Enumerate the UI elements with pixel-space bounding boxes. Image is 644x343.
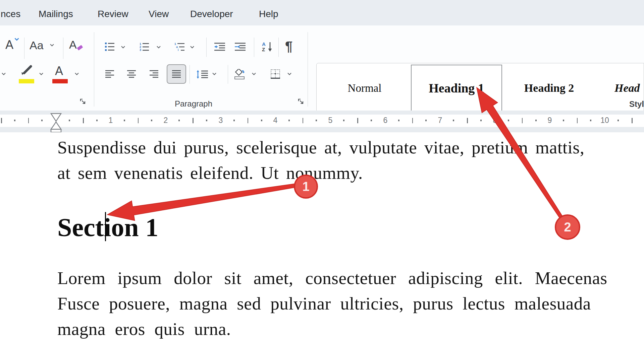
body-text-line[interactable]: magna eros quis urna. bbox=[57, 320, 231, 338]
style-normal[interactable]: Normal bbox=[348, 82, 382, 94]
change-case-button[interactable]: Aa bbox=[30, 39, 56, 55]
clear-formatting-button[interactable]: A bbox=[69, 38, 87, 56]
shrink-font-button[interactable]: A bbox=[5, 38, 22, 55]
chevron-down-icon[interactable] bbox=[190, 46, 195, 49]
ruler-number: 5 bbox=[328, 116, 333, 125]
ruler-number: 10 bbox=[600, 116, 609, 125]
font-dialog-launcher[interactable] bbox=[80, 98, 87, 105]
sort-a: A bbox=[262, 42, 266, 47]
divider bbox=[228, 65, 228, 84]
shrink-font-letter: A bbox=[5, 39, 13, 51]
tab-review[interactable]: Review bbox=[98, 9, 128, 19]
divider bbox=[190, 65, 190, 84]
body-text-line[interactable]: Suspendisse dui purus, scelerisque at, v… bbox=[57, 139, 584, 156]
shading-button[interactable] bbox=[234, 69, 246, 80]
horizontal-ruler: 1 2 3 4 5 6 7 8 9 10 bbox=[0, 111, 644, 132]
highlighter-icon bbox=[19, 65, 35, 76]
chevron-down-icon[interactable] bbox=[1, 72, 6, 76]
tab-mailings[interactable]: Mailings bbox=[39, 9, 73, 19]
decrease-indent-button[interactable] bbox=[214, 43, 225, 51]
bullets-button[interactable] bbox=[105, 43, 115, 51]
ruler-number: 7 bbox=[438, 116, 442, 125]
divider bbox=[63, 38, 63, 59]
style-heading1[interactable]: Heading 1 bbox=[429, 81, 484, 95]
ruler-number: 2 bbox=[164, 116, 168, 125]
tab-view[interactable]: View bbox=[149, 9, 169, 19]
svg-text:i: i bbox=[178, 48, 179, 51]
ruler-number: 3 bbox=[219, 116, 223, 125]
numbering-button[interactable]: 123 bbox=[140, 43, 150, 51]
shrink-font-caret-icon bbox=[14, 38, 19, 41]
divider bbox=[254, 38, 254, 57]
section-heading[interactable]: Section 1 bbox=[57, 214, 158, 241]
ruler-tick bbox=[1, 118, 2, 123]
paragraph-dialog-launcher[interactable] bbox=[298, 98, 305, 105]
chevron-down-icon[interactable] bbox=[287, 72, 292, 76]
divider bbox=[206, 38, 207, 57]
group-separator bbox=[308, 32, 308, 107]
body-text-line[interactable]: Lorem ipsum dolor sit amet, consectetuer… bbox=[57, 269, 607, 287]
tab-developer[interactable]: Developer bbox=[190, 9, 233, 19]
style-heading2[interactable]: Heading 2 bbox=[524, 82, 574, 94]
align-center-button[interactable] bbox=[127, 70, 136, 78]
ruler-number: 4 bbox=[273, 116, 278, 125]
chevron-down-icon[interactable] bbox=[121, 46, 125, 49]
tab-references-partial[interactable]: nces bbox=[1, 9, 20, 19]
chevron-down-icon bbox=[50, 44, 54, 47]
paragraph-group-label: Paragraph bbox=[175, 99, 212, 109]
word-window: nces Mailings Review View Developer Help… bbox=[0, 0, 644, 343]
indent-markers[interactable] bbox=[50, 113, 62, 133]
group-separator bbox=[94, 32, 94, 107]
increase-indent-button[interactable] bbox=[235, 43, 246, 51]
chevron-down-icon[interactable] bbox=[74, 72, 79, 76]
sort-z: Z bbox=[262, 47, 265, 52]
align-right-button[interactable] bbox=[150, 70, 158, 78]
svg-text:3: 3 bbox=[140, 48, 141, 51]
ribbon: A Aa A A bbox=[0, 25, 644, 111]
sort-button[interactable]: A Z bbox=[262, 42, 273, 52]
chevron-down-icon[interactable] bbox=[39, 72, 44, 76]
multilevel-list-button[interactable]: 1ai bbox=[174, 43, 185, 51]
borders-button[interactable] bbox=[270, 69, 280, 79]
styles-group-label: Styl bbox=[629, 99, 644, 109]
ruler-number: 8 bbox=[493, 116, 497, 125]
tab-help[interactable]: Help bbox=[259, 9, 278, 19]
font-color-button[interactable]: A bbox=[52, 65, 69, 84]
align-left-button[interactable] bbox=[105, 70, 114, 78]
divider bbox=[278, 38, 279, 57]
body-text-line[interactable]: at sem venenatis eleifend. Ut nonummy. bbox=[57, 164, 363, 182]
divider bbox=[24, 38, 24, 59]
highlight-color-bar bbox=[19, 79, 34, 83]
ruler-number: 6 bbox=[383, 116, 388, 125]
show-paragraph-marks-button[interactable]: ¶ bbox=[285, 40, 292, 53]
highlight-color-button[interactable] bbox=[19, 65, 36, 84]
chevron-down-icon[interactable] bbox=[252, 72, 256, 76]
style-heading3-partial[interactable]: Head bbox=[614, 82, 640, 94]
chevron-down-icon[interactable] bbox=[212, 72, 217, 76]
font-color-bar bbox=[52, 79, 68, 83]
justify-button-selected[interactable] bbox=[167, 64, 186, 84]
ruler-number: 9 bbox=[548, 116, 552, 125]
body-text-line[interactable]: Fusce posuere, magna sed pulvinar ultric… bbox=[57, 295, 591, 313]
ruler-number: 1 bbox=[109, 116, 113, 125]
eraser-icon bbox=[76, 45, 85, 52]
justify-icon bbox=[172, 70, 181, 78]
font-color-letter: A bbox=[55, 65, 63, 77]
line-spacing-button[interactable] bbox=[197, 70, 209, 79]
text-cursor bbox=[105, 212, 106, 241]
chevron-down-icon[interactable] bbox=[156, 46, 161, 49]
document-canvas[interactable]: Suspendisse dui purus, scelerisque at, v… bbox=[0, 132, 644, 343]
menu-bar: nces Mailings Review View Developer Help bbox=[0, 0, 644, 25]
change-case-icon: Aa bbox=[30, 40, 44, 51]
